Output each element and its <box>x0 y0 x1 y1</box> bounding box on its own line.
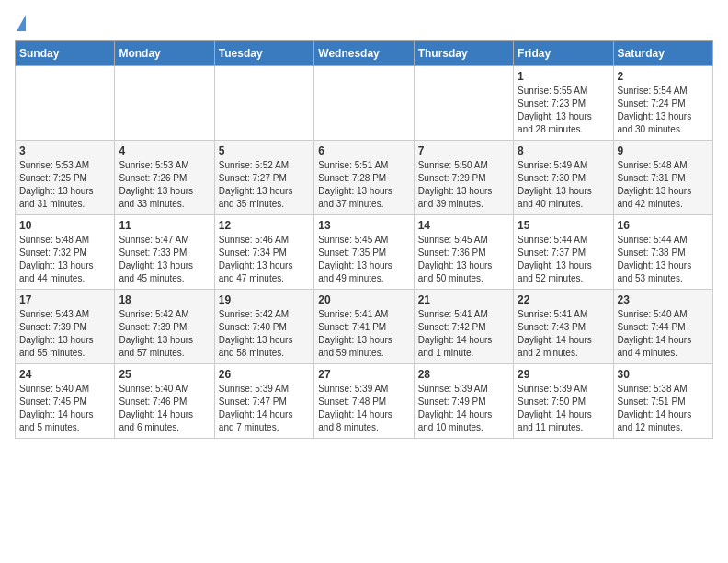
day-info: Sunrise: 5:55 AMSunset: 7:23 PMDaylight:… <box>518 85 609 136</box>
day-info: Sunrise: 5:52 AMSunset: 7:27 PMDaylight:… <box>219 159 310 211</box>
day-info: Sunrise: 5:51 AMSunset: 7:28 PMDaylight:… <box>318 159 409 211</box>
day-info: Sunrise: 5:53 AMSunset: 7:25 PMDaylight:… <box>19 159 110 211</box>
day-info: Sunrise: 5:48 AMSunset: 7:31 PMDaylight:… <box>618 159 709 211</box>
day-info: Sunrise: 5:44 AMSunset: 7:38 PMDaylight:… <box>618 234 709 285</box>
calendar-cell: 3Sunrise: 5:53 AMSunset: 7:25 PMDaylight… <box>16 141 115 215</box>
day-info: Sunrise: 5:48 AMSunset: 7:32 PMDaylight:… <box>19 234 110 285</box>
day-info: Sunrise: 5:40 AMSunset: 7:46 PMDaylight:… <box>119 383 210 434</box>
calendar-cell: 25Sunrise: 5:40 AMSunset: 7:46 PMDayligh… <box>115 364 214 439</box>
calendar-cell: 5Sunrise: 5:52 AMSunset: 7:27 PMDaylight… <box>214 141 313 215</box>
day-number: 26 <box>219 368 310 381</box>
day-number: 28 <box>418 368 509 381</box>
calendar-header-row: SundayMondayTuesdayWednesdayThursdayFrid… <box>16 41 713 66</box>
day-number: 10 <box>19 219 110 232</box>
calendar-cell: 9Sunrise: 5:48 AMSunset: 7:31 PMDaylight… <box>613 141 712 215</box>
day-number: 8 <box>518 144 609 157</box>
weekday-header: Saturday <box>613 41 712 66</box>
calendar-cell: 6Sunrise: 5:51 AMSunset: 7:28 PMDaylight… <box>314 141 414 215</box>
day-number: 20 <box>318 293 409 306</box>
day-number: 17 <box>19 293 110 306</box>
day-info: Sunrise: 5:44 AMSunset: 7:37 PMDaylight:… <box>518 234 609 285</box>
weekday-header: Friday <box>514 41 613 66</box>
day-number: 7 <box>418 144 509 157</box>
calendar-cell: 18Sunrise: 5:42 AMSunset: 7:39 PMDayligh… <box>115 290 214 364</box>
calendar-cell <box>414 66 513 141</box>
day-info: Sunrise: 5:41 AMSunset: 7:42 PMDaylight:… <box>418 308 509 360</box>
calendar-cell: 14Sunrise: 5:45 AMSunset: 7:36 PMDayligh… <box>414 215 513 290</box>
calendar-week-row: 10Sunrise: 5:48 AMSunset: 7:32 PMDayligh… <box>16 215 713 290</box>
calendar-cell: 17Sunrise: 5:43 AMSunset: 7:39 PMDayligh… <box>16 290 115 364</box>
calendar-cell <box>314 66 414 141</box>
calendar-cell: 28Sunrise: 5:39 AMSunset: 7:49 PMDayligh… <box>414 364 513 439</box>
day-number: 16 <box>618 219 709 232</box>
calendar-cell: 19Sunrise: 5:42 AMSunset: 7:40 PMDayligh… <box>214 290 313 364</box>
calendar-cell <box>115 66 214 141</box>
calendar-cell: 27Sunrise: 5:39 AMSunset: 7:48 PMDayligh… <box>314 364 414 439</box>
calendar-cell: 23Sunrise: 5:40 AMSunset: 7:44 PMDayligh… <box>613 290 712 364</box>
day-info: Sunrise: 5:54 AMSunset: 7:24 PMDaylight:… <box>618 85 709 136</box>
day-info: Sunrise: 5:41 AMSunset: 7:41 PMDaylight:… <box>318 308 409 360</box>
day-info: Sunrise: 5:39 AMSunset: 7:50 PMDaylight:… <box>518 383 609 434</box>
calendar-cell: 2Sunrise: 5:54 AMSunset: 7:24 PMDaylight… <box>613 66 712 141</box>
calendar-cell: 10Sunrise: 5:48 AMSunset: 7:32 PMDayligh… <box>16 215 115 290</box>
weekday-header: Monday <box>115 41 214 66</box>
calendar-cell: 15Sunrise: 5:44 AMSunset: 7:37 PMDayligh… <box>514 215 613 290</box>
day-number: 21 <box>418 293 509 306</box>
day-number: 18 <box>119 293 210 306</box>
day-info: Sunrise: 5:46 AMSunset: 7:34 PMDaylight:… <box>219 234 310 285</box>
day-info: Sunrise: 5:40 AMSunset: 7:45 PMDaylight:… <box>19 383 110 434</box>
day-number: 3 <box>19 144 110 157</box>
calendar-cell: 16Sunrise: 5:44 AMSunset: 7:38 PMDayligh… <box>613 215 712 290</box>
day-number: 4 <box>119 144 210 157</box>
calendar-cell: 13Sunrise: 5:45 AMSunset: 7:35 PMDayligh… <box>314 215 414 290</box>
calendar-cell: 21Sunrise: 5:41 AMSunset: 7:42 PMDayligh… <box>414 290 513 364</box>
calendar-cell: 26Sunrise: 5:39 AMSunset: 7:47 PMDayligh… <box>214 364 313 439</box>
weekday-header: Tuesday <box>214 41 313 66</box>
calendar-cell: 12Sunrise: 5:46 AMSunset: 7:34 PMDayligh… <box>214 215 313 290</box>
day-info: Sunrise: 5:47 AMSunset: 7:33 PMDaylight:… <box>119 234 210 285</box>
day-number: 14 <box>418 219 509 232</box>
day-number: 11 <box>119 219 210 232</box>
calendar-cell: 1Sunrise: 5:55 AMSunset: 7:23 PMDaylight… <box>514 66 613 141</box>
calendar-cell <box>214 66 313 141</box>
day-info: Sunrise: 5:50 AMSunset: 7:29 PMDaylight:… <box>418 159 509 211</box>
weekday-header: Thursday <box>414 41 513 66</box>
logo <box>15 15 26 33</box>
weekday-header: Wednesday <box>314 41 414 66</box>
day-info: Sunrise: 5:53 AMSunset: 7:26 PMDaylight:… <box>119 159 210 211</box>
day-info: Sunrise: 5:42 AMSunset: 7:39 PMDaylight:… <box>119 308 210 360</box>
day-number: 19 <box>219 293 310 306</box>
calendar-cell: 11Sunrise: 5:47 AMSunset: 7:33 PMDayligh… <box>115 215 214 290</box>
calendar-cell: 30Sunrise: 5:38 AMSunset: 7:51 PMDayligh… <box>613 364 712 439</box>
calendar-table: SundayMondayTuesdayWednesdayThursdayFrid… <box>15 40 713 439</box>
day-info: Sunrise: 5:45 AMSunset: 7:35 PMDaylight:… <box>318 234 409 285</box>
day-number: 23 <box>618 293 709 306</box>
day-info: Sunrise: 5:41 AMSunset: 7:43 PMDaylight:… <box>518 308 609 360</box>
day-number: 5 <box>219 144 310 157</box>
day-number: 13 <box>318 219 409 232</box>
calendar-cell: 8Sunrise: 5:49 AMSunset: 7:30 PMDaylight… <box>514 141 613 215</box>
day-number: 29 <box>518 368 609 381</box>
calendar-cell: 29Sunrise: 5:39 AMSunset: 7:50 PMDayligh… <box>514 364 613 439</box>
day-info: Sunrise: 5:39 AMSunset: 7:47 PMDaylight:… <box>219 383 310 434</box>
calendar-cell: 4Sunrise: 5:53 AMSunset: 7:26 PMDaylight… <box>115 141 214 215</box>
day-info: Sunrise: 5:42 AMSunset: 7:40 PMDaylight:… <box>219 308 310 360</box>
calendar-cell: 20Sunrise: 5:41 AMSunset: 7:41 PMDayligh… <box>314 290 414 364</box>
page-header <box>15 15 713 33</box>
day-info: Sunrise: 5:38 AMSunset: 7:51 PMDaylight:… <box>618 383 709 434</box>
day-number: 15 <box>518 219 609 232</box>
day-number: 12 <box>219 219 310 232</box>
day-number: 30 <box>618 368 709 381</box>
weekday-header: Sunday <box>16 41 115 66</box>
calendar-cell: 22Sunrise: 5:41 AMSunset: 7:43 PMDayligh… <box>514 290 613 364</box>
day-number: 6 <box>318 144 409 157</box>
day-number: 9 <box>618 144 709 157</box>
day-number: 24 <box>19 368 110 381</box>
day-info: Sunrise: 5:40 AMSunset: 7:44 PMDaylight:… <box>618 308 709 360</box>
day-info: Sunrise: 5:49 AMSunset: 7:30 PMDaylight:… <box>518 159 609 211</box>
day-number: 27 <box>318 368 409 381</box>
day-number: 25 <box>119 368 210 381</box>
calendar-week-row: 17Sunrise: 5:43 AMSunset: 7:39 PMDayligh… <box>16 290 713 364</box>
calendar-week-row: 24Sunrise: 5:40 AMSunset: 7:45 PMDayligh… <box>16 364 713 439</box>
day-info: Sunrise: 5:45 AMSunset: 7:36 PMDaylight:… <box>418 234 509 285</box>
